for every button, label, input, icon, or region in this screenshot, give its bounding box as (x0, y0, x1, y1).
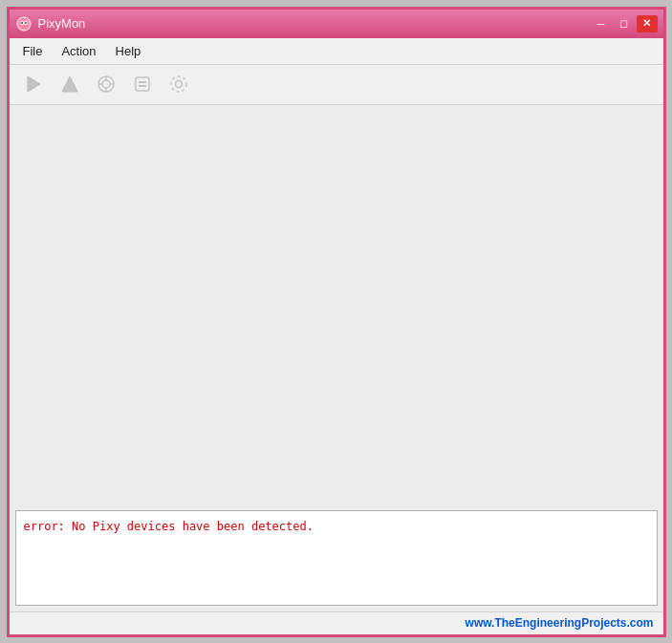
console-area: error: No Pixy devices have been detecte… (15, 510, 658, 606)
svg-rect-14 (139, 81, 146, 83)
svg-point-0 (17, 17, 31, 31)
title-bar-left: PixyMon (15, 15, 86, 32)
play-button[interactable] (17, 68, 50, 100)
flash-icon (132, 74, 153, 95)
camera-button[interactable] (90, 68, 122, 100)
settings-button[interactable] (163, 68, 195, 100)
main-content: error: No Pixy devices have been detecte… (10, 105, 663, 611)
svg-rect-13 (136, 77, 149, 91)
menu-action[interactable]: Action (52, 40, 105, 62)
canvas-area (10, 105, 663, 504)
minimize-button[interactable]: ─ (591, 15, 612, 32)
settings-icon (168, 74, 189, 95)
svg-marker-6 (62, 76, 77, 92)
menu-file[interactable]: File (13, 40, 53, 62)
title-bar: PixyMon ─ ◻ ✕ (10, 10, 663, 38)
flash-button[interactable] (126, 68, 159, 100)
camera-icon (96, 74, 117, 95)
stop-icon (59, 74, 80, 95)
stop-button[interactable] (54, 68, 86, 100)
svg-marker-5 (28, 76, 40, 92)
toolbar (10, 65, 663, 105)
error-message: error: No Pixy devices have been detecte… (24, 520, 314, 533)
svg-point-16 (175, 81, 182, 88)
svg-point-17 (171, 76, 186, 92)
svg-rect-15 (139, 85, 146, 87)
title-bar-controls: ─ ◻ ✕ (591, 15, 658, 32)
close-button[interactable]: ✕ (637, 15, 658, 32)
menu-help[interactable]: Help (106, 40, 151, 62)
restore-button[interactable]: ◻ (614, 15, 635, 32)
svg-point-3 (21, 22, 23, 24)
window-title: PixyMon (38, 16, 86, 31)
menu-bar: File Action Help (10, 38, 663, 65)
app-icon (15, 15, 33, 32)
svg-point-8 (102, 80, 110, 88)
footer-website: www.TheEngineeringProjects.com (466, 616, 654, 630)
play-icon (23, 74, 44, 95)
footer: www.TheEngineeringProjects.com (10, 611, 663, 634)
svg-point-4 (25, 22, 27, 24)
main-window: PixyMon ─ ◻ ✕ File Action Help (7, 7, 666, 637)
